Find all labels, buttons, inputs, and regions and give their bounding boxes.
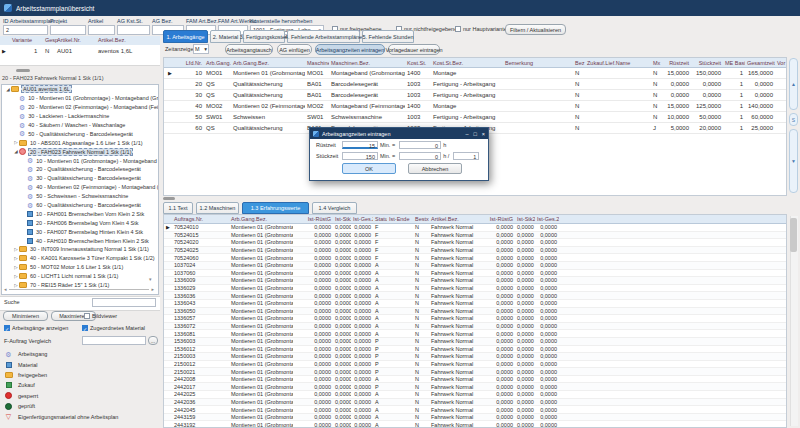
tree-item[interactable]: ▷50 - MOT02 Motor 1.6 Liter 1 Stk (1/1) [2,263,158,272]
ops-row[interactable]: 50SW01SchweissenSW01Schweissmaschine1003… [164,112,786,123]
tree-item[interactable]: ⚙20 - Montieren 02 (Feinmontage) - Monta… [2,103,158,112]
tree-item[interactable]: ⚙30 - Qualitätssicherung - Barcodelesege… [2,174,158,183]
filter-field-input[interactable]: 2 [3,25,48,35]
tree-item[interactable]: ◢AU01 aventos 1,6L [2,85,158,94]
tree-item[interactable]: ⚙10 - Montieren 01 (Grobmontage) - Monta… [2,156,158,165]
scrollbar-down-button[interactable]: ▼ [789,129,798,193]
tab-3[interactable]: 3. Fertigungskosten [243,30,285,43]
tree-item[interactable]: ▷10 - ABS001 Abgasanlage 1.6 Liter 1 Stk… [2,138,158,147]
ops-row[interactable]: 30QSQualitätssicherungBA01Barcodeleseger… [164,90,786,101]
tree-item[interactable]: ▷40 - KA001 Karosserie 3 Türer Kompakt 1… [2,254,158,263]
tree-item[interactable]: ⚙10 - Montieren 01 (Grobmontage) - Monta… [2,94,158,103]
hours-input[interactable]: 0 [399,141,441,149]
order-row[interactable]: 1336043Montieren 01 (Grobmontage)0,00000… [164,300,786,308]
tree-item[interactable]: ⚙60 - Qualitätssicherung - Barcodelesege… [2,201,158,210]
order-row[interactable]: 70524015Montieren 01 (Grobmontage)0,0000… [164,232,786,240]
order-row[interactable]: 2442017Montieren 01 (Grobmontage)0,00000… [164,383,786,391]
order-row[interactable]: 2442045Montieren 01 (Grobmontage)0,00000… [164,406,786,414]
order-row[interactable]: 1336057Montieren 01 (Grobmontage)0,00000… [164,315,786,323]
minutes-input[interactable]: 15 [342,141,378,149]
minimize-button[interactable]: Minimieren [3,311,48,321]
tree-item[interactable]: ◢20 - FAH023 Fahrwerk Normal 1 Stk (1/1) [2,147,158,156]
filter-field-input[interactable] [50,25,86,35]
subtab-3[interactable]: 1.3 Erfahrungswerte [242,202,309,214]
tree-item[interactable]: 10 - FAH001 Bremscheiben Vorn Klein 2 St… [2,209,158,218]
tree-horizontal-scrollbar[interactable]: ◂▸ [4,286,154,292]
order-row[interactable]: 2443159Montieren 01 (Grobmontage)0,00000… [164,414,786,422]
dialog-maximize-icon[interactable]: □ [473,131,476,137]
tab-4[interactable]: 4. Fehlende Arbeitsstammpläne [287,30,360,43]
tree-item[interactable]: ▷30 - INT009 Innenausstattung Normal 1 S… [2,245,158,254]
order-row[interactable]: 1336050Montieren 01 (Grobmontage)0,00000… [164,308,786,316]
tree-item[interactable]: ▷60 - LICHT1 Licht normal 1 Stk (1/1) [2,272,158,281]
order-row[interactable]: 1536012Montieren 01 (Grobmontage)0,00000… [164,346,786,354]
filter-field-input[interactable] [117,25,150,35]
ops-header-row[interactable]: Lfd.Nr.Arb.Gang.IArb.Gang.Bez.MaschinenM… [164,58,786,68]
tree-item[interactable]: ⚙30 - Lackieren - Lackiermaschine [2,112,158,121]
order-row[interactable]: 1336081Montieren 01 (Grobmontage)0,00000… [164,330,786,338]
tab-2[interactable]: 2. Material [210,30,241,43]
cancel-button[interactable]: Abbrechen [408,163,462,174]
order-row[interactable]: 1536003Montieren 01 (Grobmontage)0,00000… [164,338,786,346]
per-input[interactable]: 1 [453,152,479,160]
order-row[interactable]: 1336009Montieren 01 (Grobmontage)0,00000… [164,277,786,285]
assigned-material-checkbox[interactable]: ✓Zugeordnetes Material [82,325,145,331]
toolbar-button-3[interactable]: Arbeitsgangzeiten eintragen [315,44,385,55]
tree-item[interactable]: 30 - FAH007 Bremsbelag Hinten Klein 4 St… [2,227,158,236]
dialog-close-icon[interactable]: × [482,131,485,137]
search-input[interactable] [92,298,156,307]
hours-input[interactable]: 0 [399,152,441,160]
dialog-titlebar[interactable]: Arbeitsgangzeiten eintragen – □ × [310,128,488,139]
left-splitter-handle[interactable] [16,69,30,72]
show-operations-checkbox[interactable]: ✓Arbeitsgänge anzeigen [4,325,68,331]
column-header[interactable]: Artikel.Bez. [98,37,126,43]
filter-apply-button[interactable]: Filtern / Aktualisieren [505,24,566,35]
zeit-unit-select[interactable]: M▾ [193,44,209,54]
order-row[interactable]: 70524020Montieren 01 (Grobmontage)0,0000… [164,239,786,247]
variant-row[interactable]: 1NAU01aventos 1,6L [0,47,160,57]
toolbar-button-4[interactable]: Vorlagedauer eintragen [388,44,440,55]
f-auftrag-input[interactable] [82,336,146,345]
order-row[interactable]: 2442036Montieren 01 (Grobmontage)0,00000… [164,399,786,407]
tree-scroll-down-icon[interactable]: ▾ [149,276,152,282]
orders-header-row[interactable]: Auftrags.Nr.Arb.Gang.Bez.Ist-RüstGIst-St… [164,215,786,224]
order-row[interactable]: ▶70524010Montieren 01 (Grobmontage)0,000… [164,224,786,232]
bildviewer-checkbox[interactable]: Bildviewer [84,313,117,319]
filter-checkbox-2[interactable]: nur Hauptvariante [455,26,507,32]
order-row[interactable]: 70524025Montieren 01 (Grobmontage)0,0000… [164,247,786,255]
tab-1[interactable]: 1. Arbeitsgänge [163,30,208,43]
scroll-right-icon[interactable]: ▸ [151,286,154,292]
tree-item[interactable]: 40 - FAH010 Bremscheiben Hinten Klein 2 … [2,236,158,245]
scroll-track[interactable] [9,289,150,290]
tree-item[interactable]: ⚙50 - Schweissen - Schweissmaschine [2,192,158,201]
scrollbar-up-button[interactable]: ▲ [789,58,798,110]
order-row[interactable]: 1336029Montieren 01 (Grobmontage)0,00000… [164,285,786,293]
tree-item[interactable]: ⚙20 - Qualitätssicherung - Barcodelesege… [2,165,158,174]
order-row[interactable]: 1336036Montieren 01 (Grobmontage)0,00000… [164,292,786,300]
tree-item[interactable]: ⚙50 - Qualitätssicherung - Barcodelesege… [2,129,158,138]
order-row[interactable]: 2150021Montieren 01 (Grobmontage)0,00000… [164,368,786,376]
ops-row[interactable]: ▶10MO01Montieren 01 (Grobmontage)MO01Mon… [164,68,786,79]
tab-5[interactable]: 5. Fehlende Stunden [362,30,414,43]
order-row[interactable]: 2443192Montieren 01 (Grobmontage)0,00000… [164,421,786,428]
subtab-1[interactable]: 1.1 Text [163,202,193,214]
tree-item[interactable]: 20 - FAH006 Bremsbelag Vorn Klein 4 Stk [2,218,158,227]
minutes-input[interactable]: 150 [342,152,378,160]
filter-field-input[interactable] [88,25,115,35]
toolbar-button-2[interactable]: AG einfügen [277,44,312,55]
order-row[interactable]: 1037060Montieren 01 (Grobmontage)0,00000… [164,270,786,278]
order-row[interactable]: 70524060Montieren 01 (Grobmontage)0,0000… [164,254,786,262]
scroll-left-icon[interactable]: ◂ [4,286,7,292]
toolbar-button-1[interactable]: Arbeitsgangtausch [225,44,273,55]
subtab-4[interactable]: 1.4 Vergleich [312,202,357,214]
subtab-2[interactable]: 1.2 Maschinen [196,202,239,214]
order-row[interactable]: 1037024Montieren 01 (Grobmontage)0,00000… [164,262,786,270]
ops-row[interactable]: 20QSQualitätssicherungBA01Barcodeleseger… [164,79,786,90]
tree-item[interactable]: ⚙40 - Säubern / Waschen - Waschanlage [2,121,158,130]
scrollbar-thumb[interactable]: S [789,113,798,126]
tree-item[interactable]: ⚙40 - Montieren 02 (Feinmontage) - Monta… [2,183,158,192]
orders-scrollbar-thumb[interactable] [790,218,797,252]
column-header[interactable]: Variante [12,37,32,43]
dialog-minimize-icon[interactable]: – [465,131,468,137]
ops-row[interactable]: 40MO02Montieren 02 (Feinmontage)MO02Mont… [164,101,786,112]
